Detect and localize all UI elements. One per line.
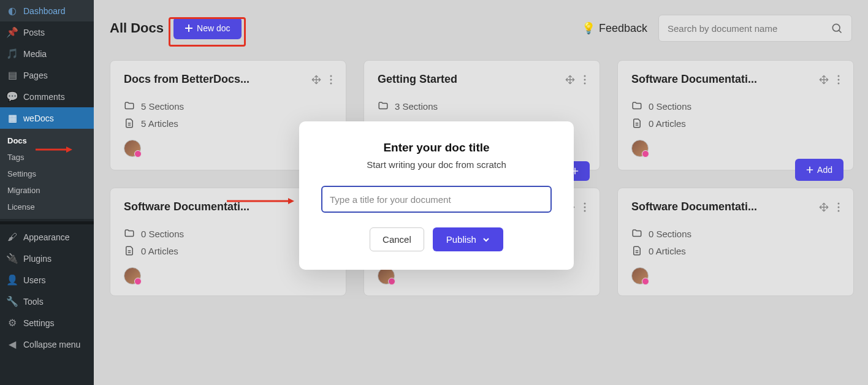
sidebar-label: Dashboard: [23, 6, 66, 16]
folder-icon: [631, 228, 642, 239]
sidebar-label: Media: [23, 49, 47, 59]
sidebar-label: Tools: [23, 297, 44, 307]
svg-point-4: [584, 75, 586, 77]
articles-text: 0 Articles: [649, 118, 686, 129]
folder-icon: [378, 101, 389, 112]
submenu-item-migration[interactable]: Migration: [0, 182, 94, 199]
doc-card: Software Documentati... 0 Sections 0 Art…: [617, 188, 854, 296]
document-icon: [631, 245, 642, 256]
svg-point-14: [584, 206, 586, 208]
page-header: All Docs New doc 💡 Feedback: [110, 15, 852, 42]
doc-title: Software Documentati...: [631, 200, 757, 213]
more-icon[interactable]: [330, 75, 332, 85]
svg-point-13: [584, 202, 586, 204]
svg-point-1: [330, 75, 332, 77]
articles-text: 0 Articles: [141, 246, 178, 256]
sidebar-item-wedocs[interactable]: ▦weDocs: [0, 107, 94, 129]
drag-icon[interactable]: [311, 75, 321, 85]
doc-title: Software Documentati...: [631, 73, 757, 86]
users-icon: 👤: [6, 274, 18, 286]
plugins-icon: 🔌: [6, 253, 18, 264]
sections-text: 0 Sections: [649, 229, 691, 239]
folder-icon: [124, 101, 135, 112]
cancel-button[interactable]: Cancel: [370, 227, 424, 251]
submenu-item-license[interactable]: License: [0, 199, 94, 215]
svg-point-16: [838, 202, 840, 204]
more-icon[interactable]: [584, 202, 586, 212]
avatar: [124, 267, 141, 284]
header-right: 💡 Feedback: [582, 15, 852, 42]
svg-point-18: [838, 210, 840, 212]
plus-icon: [185, 24, 193, 32]
svg-point-9: [838, 82, 840, 84]
settings-icon: ⚙: [6, 317, 18, 329]
doc-title-input[interactable]: [321, 186, 552, 213]
sidebar-label: Users: [23, 275, 46, 285]
add-button[interactable]: Add: [795, 159, 843, 181]
sidebar-label: weDocs: [23, 113, 54, 123]
dashboard-icon: ◐: [6, 5, 18, 17]
new-doc-label: New doc: [197, 23, 230, 33]
sidebar-label: Pages: [23, 71, 48, 80]
folder-icon: [124, 228, 135, 239]
sidebar-label: Posts: [23, 28, 45, 37]
doc-title: Getting Started: [378, 73, 457, 86]
sidebar-item-media[interactable]: 🎵Media: [0, 43, 94, 64]
submenu-item-tags[interactable]: Tags: [0, 149, 94, 166]
svg-point-0: [832, 24, 840, 31]
sidebar-submenu: Docs Tags Settings Migration License: [0, 129, 94, 219]
more-icon[interactable]: [837, 75, 840, 85]
sidebar-item-users[interactable]: 👤Users: [0, 269, 94, 291]
new-doc-button[interactable]: New doc: [173, 17, 241, 39]
sidebar-item-comments[interactable]: 💬Comments: [0, 86, 94, 107]
sidebar-label: Plugins: [23, 254, 51, 264]
plus-icon: [806, 166, 813, 173]
drag-icon[interactable]: [819, 75, 829, 85]
document-icon: [124, 118, 135, 129]
collapse-icon: ◀: [6, 338, 18, 350]
svg-point-2: [330, 78, 332, 80]
sidebar-item-collapse[interactable]: ◀Collapse menu: [0, 334, 94, 355]
more-icon[interactable]: [837, 202, 840, 212]
sidebar-item-appearance[interactable]: 🖌Appearance: [0, 227, 94, 248]
doc-title: Docs from BetterDocs...: [124, 73, 249, 86]
drag-icon[interactable]: [819, 202, 829, 212]
avatar: [124, 140, 141, 157]
sidebar-item-posts[interactable]: 📌Posts: [0, 21, 94, 43]
modal-actions: Cancel Publish: [321, 227, 552, 251]
tools-icon: 🔧: [6, 295, 18, 307]
document-icon: [124, 245, 135, 256]
sidebar-label: Appearance: [23, 232, 70, 242]
svg-point-6: [584, 82, 586, 84]
search-wrap: [658, 15, 852, 42]
sidebar-item-pages[interactable]: ▤Pages: [0, 64, 94, 86]
feedback-link[interactable]: 💡 Feedback: [582, 21, 647, 35]
more-icon[interactable]: [584, 75, 586, 85]
svg-point-8: [838, 78, 840, 80]
wedocs-icon: ▦: [6, 112, 18, 124]
search-input[interactable]: [668, 23, 831, 34]
svg-point-5: [584, 78, 586, 80]
svg-point-15: [584, 210, 586, 212]
drag-icon[interactable]: [565, 75, 575, 85]
svg-point-7: [838, 75, 840, 77]
sidebar-item-tools[interactable]: 🔧Tools: [0, 291, 94, 312]
search-icon: [831, 22, 843, 34]
chevron-down-icon: [482, 236, 490, 243]
new-doc-modal: Enter your doc title Start writing your …: [299, 121, 574, 270]
avatar: [631, 267, 649, 284]
sections-text: 3 Sections: [395, 101, 438, 112]
doc-title: Software Documentati...: [124, 200, 249, 213]
pin-icon: 📌: [6, 26, 18, 38]
folder-icon: [631, 101, 642, 112]
sidebar-item-plugins[interactable]: 🔌Plugins: [0, 248, 94, 269]
media-icon: 🎵: [6, 48, 18, 59]
modal-subtitle: Start writing your doc from scratch: [321, 159, 552, 170]
appearance-icon: 🖌: [6, 232, 18, 243]
submenu-item-settings[interactable]: Settings: [0, 166, 94, 182]
sidebar-item-dashboard[interactable]: ◐Dashboard: [0, 0, 94, 21]
submenu-item-docs[interactable]: Docs: [0, 132, 94, 149]
publish-button[interactable]: Publish: [433, 227, 503, 251]
avatar: [631, 140, 649, 157]
sidebar-item-settings[interactable]: ⚙Settings: [0, 312, 94, 334]
